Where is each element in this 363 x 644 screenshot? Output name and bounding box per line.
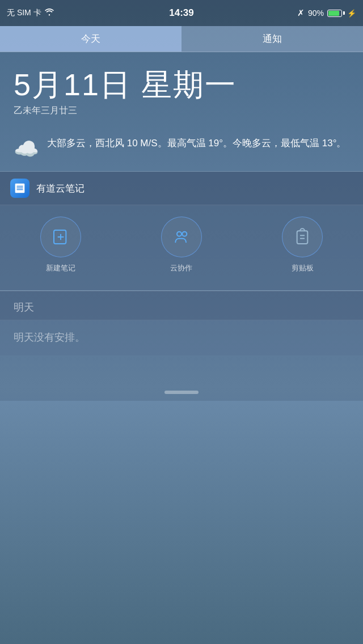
svg-point-4 (182, 232, 187, 236)
cloud-collab-label: 云协作 (170, 263, 192, 273)
status-left: 无 SIM 卡 (7, 8, 54, 18)
bottom-spacer (0, 355, 363, 401)
youdao-app-icon (10, 179, 29, 198)
new-note-label: 新建笔记 (46, 263, 75, 273)
clipboard-label: 剪贴板 (292, 263, 314, 273)
tab-today[interactable]: 今天 (0, 26, 182, 52)
widget-btn-clipboard[interactable]: 剪贴板 (282, 217, 323, 273)
tomorrow-text: 明天没有安排。 (14, 331, 349, 344)
widget-app-name: 有道云笔记 (36, 182, 85, 195)
widget-body: 新建笔记 云协作 剪贴板 (0, 205, 363, 290)
tomorrow-body: 明天没有安排。 (0, 320, 363, 355)
widget-btn-new-note[interactable]: 新建笔记 (40, 217, 81, 273)
tab-bar: 今天 通知 (0, 26, 363, 52)
carrier-label: 无 SIM 卡 (7, 8, 41, 18)
svg-rect-5 (297, 231, 308, 244)
tomorrow-title: 明天 (14, 300, 349, 314)
svg-point-3 (177, 232, 182, 236)
home-indicator (164, 391, 199, 394)
date-main: 5月11日 星期一 (14, 68, 349, 101)
cloud-collab-circle (161, 217, 202, 257)
date-lunar: 乙未年三月廿三 (14, 105, 349, 117)
status-time: 14:39 (169, 7, 193, 19)
charging-icon: ⚡ (347, 9, 356, 18)
widget-btn-cloud-collab[interactable]: 云协作 (161, 217, 202, 273)
clipboard-circle (282, 217, 323, 257)
tab-notifications[interactable]: 通知 (182, 26, 363, 52)
status-right: ✗ 90% ⚡ (297, 8, 356, 18)
bluetooth-icon: ✗ (297, 8, 305, 18)
battery-icon (327, 10, 345, 17)
content-area: 5月11日 星期一 乙未年三月廿三 ☁️ 大部多云，西北风 10 M/S。最高气… (0, 52, 363, 644)
battery-percent-label: 90% (308, 9, 324, 18)
cloud-icon: ☁️ (14, 137, 39, 161)
wifi-icon (45, 9, 54, 18)
weather-text: 大部多云，西北风 10 M/S。最高气温 19°。今晚多云，最低气温 13°。 (47, 136, 346, 151)
widget-header: 有道云笔记 (0, 172, 363, 205)
date-section: 5月11日 星期一 乙未年三月廿三 (0, 52, 363, 128)
status-bar: 无 SIM 卡 14:39 ✗ 90% ⚡ (0, 0, 363, 26)
weather-section: ☁️ 大部多云，西北风 10 M/S。最高气温 19°。今晚多云，最低气温 13… (0, 128, 363, 171)
tomorrow-header: 明天 (0, 291, 363, 320)
new-note-circle (40, 217, 81, 257)
